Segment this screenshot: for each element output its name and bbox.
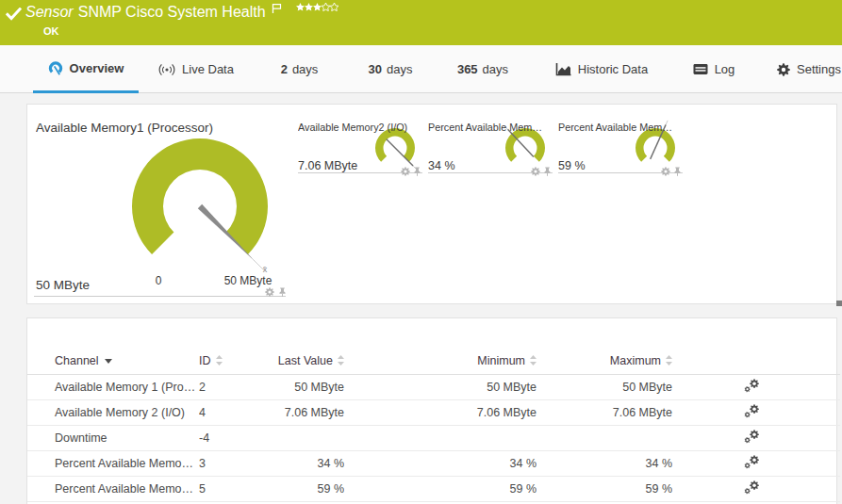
star-icon[interactable]	[296, 3, 305, 11]
pin-icon[interactable]	[413, 163, 421, 180]
pin-icon[interactable]	[543, 163, 552, 180]
cell-actions	[672, 399, 840, 425]
tab-bar: Overview Live Data 2 days 30 days 365 da…	[0, 45, 842, 93]
edit-channel-icon[interactable]	[744, 455, 760, 469]
edit-channel-icon[interactable]	[744, 480, 760, 495]
sensor-header: SensorSNMP Cisco System Health OK	[0, 0, 842, 45]
sort-icon	[216, 355, 223, 366]
gauge-value: 34 %	[428, 159, 455, 172]
gauge-value: 59 %	[558, 159, 586, 172]
tab-30-days[interactable]: 30 days	[356, 45, 424, 93]
gauge-settings-icon[interactable]	[401, 163, 410, 180]
flag-icon[interactable]	[272, 3, 282, 14]
cell-maximum: 59 %	[537, 476, 672, 501]
cell-actions	[672, 374, 840, 399]
col-label: Channel	[55, 354, 99, 367]
col-header-channel[interactable]: Channel	[27, 348, 199, 374]
tab-label: days	[483, 62, 508, 76]
cell-last-value: 7.06 MByte	[256, 399, 344, 425]
gauge-percent-available-memory1: Percent Available Mem… 34 %	[428, 122, 553, 192]
tab-historic-data[interactable]: Historic Data	[545, 45, 658, 93]
edit-channel-icon[interactable]	[744, 404, 760, 418]
cell-id: -4	[199, 425, 256, 450]
gauge-value: 50 MByte	[36, 278, 90, 292]
star-icon[interactable]	[305, 3, 313, 11]
chart-icon	[555, 63, 571, 76]
tab-log[interactable]: Log	[681, 45, 747, 93]
col-header-last-value[interactable]: Last Value	[256, 348, 344, 374]
gauge-settings-icon[interactable]	[531, 163, 540, 180]
cell-id: 4	[199, 399, 256, 425]
tab-num: 30	[369, 62, 382, 76]
cell-last-value: 34 %	[256, 450, 344, 476]
table-row: Percent Available Memo…559 %59 %59 %	[27, 476, 840, 501]
tab-live-data[interactable]: Live Data	[149, 45, 243, 93]
tab-label: Historic Data	[578, 62, 648, 76]
col-label: Minimum	[477, 354, 525, 367]
cell-channel: Percent Available Memo…	[27, 450, 199, 476]
edit-channel-icon[interactable]	[744, 379, 760, 393]
cell-actions	[672, 425, 840, 450]
cell-id: 2	[199, 374, 256, 399]
tab-num: 2	[281, 62, 288, 76]
gauge-title: Percent Available Mem…	[428, 122, 542, 133]
gauge-icon	[48, 61, 63, 75]
col-header-minimum[interactable]: Minimum	[344, 348, 537, 374]
sort-icon	[338, 355, 344, 366]
gauge-actions	[401, 163, 421, 180]
col-header-actions	[672, 348, 840, 374]
table-header-row: Channel ID Last Value Minimum Maximum	[27, 348, 840, 374]
sort-icon	[666, 355, 672, 366]
tab-365-days[interactable]: 365 days	[445, 45, 520, 93]
tab-settings[interactable]: Settings	[771, 45, 842, 93]
resize-handle[interactable]	[836, 301, 842, 306]
status-check-icon	[6, 8, 22, 21]
gauge-settings-icon[interactable]	[661, 163, 670, 180]
gauge-actions	[531, 163, 552, 180]
priority-stars[interactable]	[296, 3, 338, 11]
cell-last-value	[256, 425, 344, 450]
table-row: Percent Available Memo…334 %34 %34 %	[27, 450, 840, 476]
col-label: Maximum	[610, 354, 661, 367]
cell-minimum	[344, 425, 537, 450]
cell-channel: Percent Available Memo…	[27, 476, 199, 501]
gauges-panel: Available Memory1 (Processor) x̄ 0 50 MB…	[26, 104, 837, 304]
divider	[34, 296, 286, 297]
tab-2-days[interactable]: 2 days	[269, 45, 330, 93]
tab-label: Overview	[70, 61, 124, 75]
cell-channel: Available Memory 2 (I/O)	[27, 399, 199, 425]
table-row: Available Memory 1 (Pro…250 MByte50 MByt…	[27, 374, 840, 399]
page-title: SensorSNMP Cisco System Health	[25, 4, 266, 21]
sort-desc-icon	[105, 359, 112, 364]
pin-icon[interactable]	[278, 284, 287, 301]
cell-maximum: 7.06 MByte	[537, 399, 672, 425]
edit-channel-icon[interactable]	[744, 430, 760, 444]
cell-id: 5	[199, 476, 256, 501]
col-label: Last Value	[278, 354, 333, 367]
col-header-maximum[interactable]: Maximum	[537, 348, 672, 374]
star-icon[interactable]	[330, 3, 338, 11]
gauge-available-memory2: Available Memory2 (I/O) 7.06 MByte	[298, 122, 422, 192]
cell-actions	[672, 450, 840, 476]
cell-channel: Available Memory 1 (Pro…	[27, 374, 199, 399]
gauge-min-label: 0	[149, 274, 168, 287]
star-icon[interactable]	[313, 3, 322, 11]
col-header-id[interactable]: ID	[199, 348, 256, 374]
pin-icon[interactable]	[673, 163, 682, 180]
gauge-title: Available Memory2 (I/O)	[298, 122, 407, 133]
status-badge: OK	[43, 25, 59, 37]
gauge-settings-icon[interactable]	[265, 284, 274, 301]
gauge-value: 7.06 MByte	[298, 159, 357, 172]
tab-num: 365	[457, 62, 478, 76]
cell-last-value: 50 MByte	[256, 374, 344, 399]
cell-channel: Downtime	[27, 425, 199, 450]
tab-overview[interactable]: Overview	[33, 45, 139, 93]
cell-last-value: 59 %	[256, 476, 344, 501]
sort-icon	[530, 355, 537, 366]
cell-minimum: 7.06 MByte	[344, 399, 537, 425]
tab-label: days	[292, 62, 318, 76]
star-icon[interactable]	[322, 3, 330, 11]
cell-minimum: 34 %	[344, 450, 537, 476]
gauge-available-memory1: Available Memory1 (Processor) x̄ 0 50 MB…	[27, 105, 298, 305]
svg-text:x̄: x̄	[263, 265, 268, 274]
